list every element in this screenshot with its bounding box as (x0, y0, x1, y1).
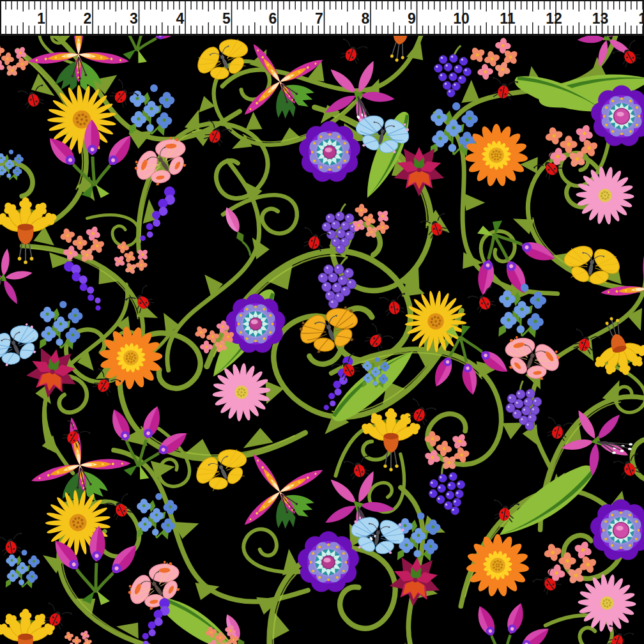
fabric-swatch: 1234567891011121314 (0, 0, 644, 644)
ruler-number: 10 (453, 10, 470, 27)
ruler-number: 3 (130, 10, 138, 27)
ruler-number: 1 (37, 10, 45, 27)
ruler-number: 14 (638, 10, 644, 27)
ruler-number: 9 (408, 10, 416, 27)
ruler-number: 2 (84, 10, 92, 27)
ruler-number: 8 (362, 10, 370, 27)
ruler-number: 7 (315, 10, 323, 27)
ruler-number: 4 (176, 10, 185, 27)
ruler-number: 6 (269, 10, 277, 27)
ruler-number: 12 (546, 10, 562, 27)
ruler-number: 11 (500, 10, 516, 27)
fabric-pattern-image: 1234567891011121314 (0, 0, 644, 644)
ruler-number: 13 (592, 10, 609, 27)
ruler: 1234567891011121314 (0, 0, 644, 36)
ruler-number: 5 (222, 10, 231, 27)
